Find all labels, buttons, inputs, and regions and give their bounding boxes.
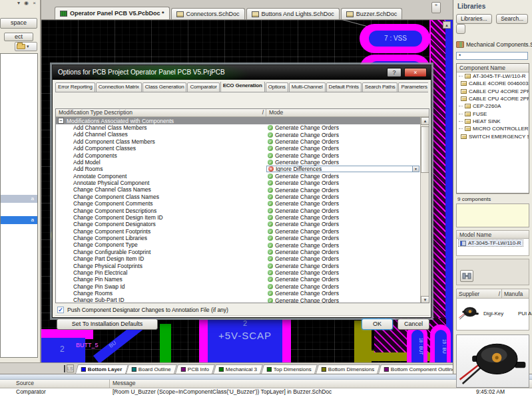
eco-row[interactable]: Add Components Generate Change Orders ▼	[56, 152, 429, 159]
scrollbar-thumb[interactable]	[421, 126, 429, 173]
model-row[interactable]: AT-3045-TF-LW/110-R	[456, 239, 529, 256]
eco-row[interactable]: Change Component Class Names Generate Ch…	[56, 194, 429, 200]
dialog-tab[interactable]: ECO Generation	[220, 82, 265, 92]
component-list-item[interactable]: SWITCH EMERGENCY STO	[457, 132, 529, 140]
layer-tab[interactable]: Mechanical 3	[213, 364, 263, 374]
eco-row[interactable]: Add Channel Classes Generate Change Orde…	[56, 131, 429, 138]
group-row[interactable]: − Modifications Associated with Componen…	[56, 117, 429, 124]
document-tab[interactable]: Operator Panel PCB V5.PcbDoc *	[55, 7, 170, 19]
component-list-item[interactable]: CABLE 4CORE 00460033	[457, 80, 529, 87]
eco-row-mode[interactable]: Generate Change Orders ▼	[266, 194, 419, 200]
eco-row-mode[interactable]: Generate Change Orders ▼	[266, 228, 419, 235]
dialog-close-button[interactable]: ×	[404, 68, 427, 77]
collapse-icon[interactable]: −	[58, 118, 64, 124]
eco-row[interactable]: Annotate Physical Component Generate Cha…	[56, 180, 429, 186]
eco-row-mode[interactable]: Generate Change Orders ▼	[266, 138, 419, 145]
eco-row-mode[interactable]: Generate Change Orders ▼	[266, 173, 419, 180]
supplier-row[interactable]: Digi-Key PUI Aud	[456, 299, 529, 331]
eco-row[interactable]: Change Component Comments Generate Chang…	[56, 200, 429, 207]
eco-row-mode[interactable]: Generate Change Orders ▼	[266, 145, 419, 152]
dialog-tab[interactable]: Parameters	[398, 82, 428, 92]
eco-row-mode[interactable]: Generate Change Orders ▼	[266, 263, 419, 269]
current-layer-swatch[interactable]	[64, 365, 65, 372]
component-list-item[interactable]: HEAT SINK	[457, 118, 529, 125]
eco-row-mode[interactable]: Generate Change Orders ▼	[266, 124, 419, 131]
eco-row-mode[interactable]: Generate Change Orders ▼	[266, 200, 419, 207]
eco-row[interactable]: Change Pin Swap Id Generate Change Order…	[56, 283, 429, 290]
project-tree-item[interactable]: a	[1, 216, 37, 224]
canvas-scroll-up-button[interactable]: ▲	[443, 21, 451, 29]
eco-row[interactable]: Change Component Designators Generate Ch…	[56, 221, 429, 227]
component-name-header[interactable]: Component Name	[457, 64, 529, 72]
document-tab[interactable]: Buzzer.SchDoc	[341, 8, 403, 19]
eco-row-mode[interactable]: Generate Change Orders ▼	[266, 214, 419, 221]
set-installation-defaults-button[interactable]: Set To Installation Defaults	[57, 319, 158, 330]
eco-row[interactable]: Change Configurable Footprint Generate C…	[56, 249, 429, 255]
libraries-button[interactable]: Libraries...	[456, 14, 492, 24]
model-name-header[interactable]: Model Name	[456, 230, 529, 239]
supplier-header[interactable]: Supplier / Manufa	[456, 289, 529, 299]
layer-tab[interactable]: Bottom Layer	[75, 364, 129, 374]
eco-row[interactable]: Change Pin Electrical Generate Change Or…	[56, 269, 429, 276]
eco-row-mode[interactable]: Generate Change Orders ▼	[266, 180, 419, 186]
eco-row[interactable]: Change Component Design Item ID Generate…	[56, 214, 429, 221]
search-button[interactable]: Search...	[496, 14, 528, 24]
dialog-tab[interactable]: Comparator	[187, 82, 219, 92]
eco-row-mode[interactable]: Generate Change Orders ▼	[266, 283, 419, 290]
eco-row[interactable]: Annotate Component Generate Change Order…	[56, 173, 429, 180]
component-list-item[interactable]: CABLE CPU 4CORE 2PR SH	[457, 88, 529, 95]
dialog-tab[interactable]: Search Paths	[362, 82, 398, 92]
eco-row[interactable]: Change Component Libraries Generate Chan…	[56, 235, 429, 241]
eco-row-mode[interactable]: Ignore Differences ▼	[266, 166, 419, 172]
eco-row[interactable]: Change Component Type Generate Change Or…	[56, 241, 429, 248]
eco-row[interactable]: Change Part Design Item ID Generate Chan…	[56, 255, 429, 262]
ok-button[interactable]: OK	[362, 319, 393, 330]
list-scrollbar[interactable]: ▲ ▼	[420, 117, 429, 303]
dialog-tab[interactable]: Error Reporting	[55, 82, 95, 92]
place-button-clipped[interactable]	[456, 24, 465, 34]
eco-row[interactable]: Add Channel Class Members Generate Chang…	[56, 124, 429, 131]
dialog-tab[interactable]: Options	[266, 82, 288, 92]
workspace-button[interactable]: space	[0, 18, 37, 29]
dialog-tab[interactable]: Default Prints	[326, 82, 362, 92]
eco-row[interactable]: Add Component Classes Generate Change Or…	[56, 145, 429, 152]
panel-grip[interactable]	[0, 374, 532, 380]
eco-row[interactable]: Change Channel Class Names Generate Chan…	[56, 186, 429, 193]
eco-row-mode[interactable]: Generate Change Orders ▼	[266, 131, 419, 138]
eco-row-mode[interactable]: Generate Change Orders ▼	[266, 241, 419, 248]
eco-row-mode[interactable]: Generate Change Orders ▼	[266, 290, 419, 297]
project-button[interactable]: ect	[4, 33, 33, 41]
checkbox-checked-icon[interactable]: ✓	[57, 307, 64, 313]
combo-dropdown-arrow[interactable]: ▼	[412, 166, 419, 172]
messages-header[interactable]: Source Message Time	[0, 380, 532, 388]
dialog-titlebar[interactable]: Options for PCB Project Operator Panel P…	[53, 65, 431, 80]
layer-tab[interactable]: Top Dimensions	[261, 364, 318, 374]
eco-row-mode[interactable]: Generate Change Orders ▼	[266, 235, 419, 241]
dialog-tab[interactable]: Class Generation	[142, 82, 187, 92]
eco-row[interactable]: Add Component Class Members Generate Cha…	[56, 138, 429, 145]
eco-row-mode[interactable]: Generate Change Orders ▼	[266, 221, 419, 227]
component-list-item[interactable]: MICRO CONTROLLER	[457, 125, 529, 132]
scroll-down-icon[interactable]: ▼	[421, 296, 429, 303]
push-designator-checkbox-row[interactable]: ✓ Push Component Designator Changes to A…	[57, 307, 228, 313]
tab-overflow-button[interactable]: »	[431, 2, 441, 13]
layer-tab[interactable]: Bottom Dimensions	[316, 364, 380, 374]
layer-tab[interactable]: Board Outline	[126, 364, 177, 374]
dialog-tab[interactable]: Connection Matrix	[96, 82, 142, 92]
eco-row[interactable]: Add Rooms Ignore Differences ▼	[56, 166, 429, 172]
eco-row-mode[interactable]: Generate Change Orders ▼	[266, 186, 419, 193]
component-list-item[interactable]: AT-3045-TF-LW/110-R	[457, 72, 529, 80]
eco-row-mode[interactable]: Generate Change Orders ▼	[266, 269, 419, 276]
document-tab[interactable]: Buttons And Lights.SchDoc	[246, 8, 340, 19]
message-row[interactable]: Comparator [Room U_Buzzer (Scope=InCompo…	[0, 388, 532, 397]
component-list-item[interactable]: CEP-2260A	[457, 102, 529, 110]
eco-row[interactable]: Change Sub-Part ID Generate Change Order…	[56, 297, 429, 303]
active-library-dropdown[interactable]: Mechanical Components.SchLi	[456, 40, 532, 49]
component-filter-input[interactable]: *	[456, 52, 528, 60]
layer-tab[interactable]: PCB Info	[175, 364, 215, 374]
document-tab[interactable]: Connectors.SchDoc	[171, 8, 245, 19]
component-list-item[interactable]: FUSE	[457, 110, 529, 117]
project-tree-item[interactable]: a	[1, 195, 37, 203]
scroll-up-icon[interactable]: ▲	[421, 117, 429, 125]
panel-toolbar-icons[interactable]: ▾ ◉ ×	[17, 0, 37, 6]
